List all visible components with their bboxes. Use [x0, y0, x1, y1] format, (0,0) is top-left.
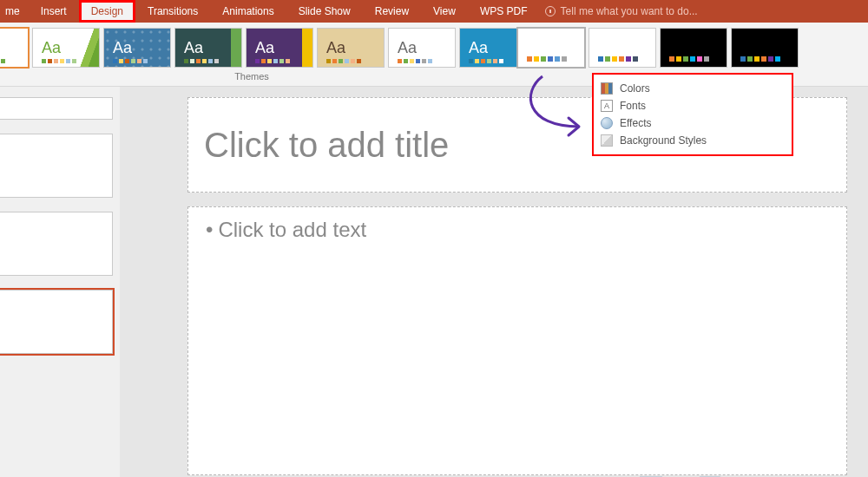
variant-palette [527, 56, 567, 62]
theme-thumb-6[interactable]: Aa [388, 28, 456, 68]
variants-colors[interactable]: Colors [601, 80, 785, 97]
variant-thumb-1[interactable] [589, 28, 656, 68]
theme-palette [0, 59, 5, 63]
tab-wpspdf[interactable]: WPS PDF [468, 0, 540, 23]
theme-side-band [231, 29, 241, 67]
variant-thumb-0[interactable] [517, 28, 585, 68]
tab-home[interactable]: me [0, 0, 29, 23]
theme-thumb-0[interactable]: Aa [0, 28, 29, 68]
variant-palette [598, 56, 638, 62]
theme-palette [255, 59, 290, 63]
bullet-icon: • [206, 218, 213, 241]
tab-insert[interactable]: Insert [29, 0, 79, 23]
theme-aa-label: Aa [326, 39, 345, 57]
theme-palette [42, 59, 76, 63]
slide-thumb-3[interactable] [0, 212, 113, 276]
theme-palette [326, 59, 361, 63]
theme-palette [113, 59, 148, 63]
content-placeholder[interactable]: •Click to add text [187, 206, 847, 475]
tab-slideshow[interactable]: Slide Show [286, 0, 363, 23]
variants-row [503, 28, 799, 68]
variants-dropdown: Colors A Fonts Effects Background Styles [592, 73, 793, 156]
fonts-icon: A [601, 100, 613, 112]
tab-review[interactable]: Review [363, 0, 421, 23]
variant-palette [669, 56, 709, 62]
ribbon-tabs: me Insert Design Transitions Animations … [0, 0, 868, 23]
themes-group-label: Themes [234, 71, 269, 82]
theme-thumb-4[interactable]: Aa [246, 28, 313, 68]
tell-me-placeholder: Tell me what you want to do... [561, 5, 698, 17]
variants-fonts-label: Fonts [620, 100, 646, 112]
variants-colors-label: Colors [620, 82, 650, 95]
theme-side-band [302, 29, 312, 67]
theme-aa-label: Aa [42, 39, 61, 57]
variants-effects[interactable]: Effects [601, 114, 785, 132]
background-icon [601, 134, 613, 147]
theme-aa-label: Aa [398, 39, 417, 57]
variants-bg-label: Background Styles [620, 134, 707, 147]
effects-icon [601, 117, 613, 129]
variant-thumb-2[interactable] [660, 28, 727, 68]
content-placeholder-text: •Click to add text [206, 218, 829, 242]
theme-aa-label: Aa [184, 39, 203, 57]
tab-animations[interactable]: Animations [210, 0, 286, 23]
theme-palette [398, 59, 432, 63]
slide-thumb-4[interactable] [0, 290, 113, 354]
theme-thumb-3[interactable]: Aa [174, 28, 242, 68]
variant-palette [740, 56, 780, 62]
themes-row: AaAaAaAaAaAaAaAa▲▼▾ [0, 28, 542, 68]
slide-thumbnails-panel [0, 87, 120, 477]
variants-effects-label: Effects [620, 117, 651, 129]
theme-palette [469, 59, 503, 63]
title-placeholder-text: Click to add title [204, 126, 449, 165]
tell-me-search[interactable]: Tell me what you want to do... [545, 0, 698, 23]
tab-transitions[interactable]: Transitions [135, 0, 210, 23]
theme-aa-label: Aa [255, 39, 274, 57]
themes-group: AaAaAaAaAaAaAaAa▲▼▾ Themes [0, 28, 503, 82]
theme-aa-label: Aa [113, 39, 132, 57]
theme-thumb-2[interactable]: Aa [103, 28, 171, 68]
variants-background[interactable]: Background Styles [601, 132, 785, 149]
variant-thumb-3[interactable] [731, 28, 799, 68]
content-placeholder-label: Click to add text [218, 218, 366, 241]
slide-thumb-1[interactable] [0, 97, 113, 120]
colors-icon [601, 82, 613, 95]
theme-thumb-5[interactable]: Aa [317, 28, 385, 68]
theme-palette [184, 59, 219, 63]
theme-aa-label: Aa [469, 39, 488, 57]
slide-thumb-2[interactable] [0, 134, 113, 198]
annotation-arrow-icon [516, 73, 603, 151]
theme-thumb-1[interactable]: Aa [32, 28, 100, 68]
variants-fonts[interactable]: A Fonts [601, 97, 785, 114]
bulb-icon [545, 6, 556, 16]
tab-design[interactable]: Design [79, 0, 135, 23]
tab-view[interactable]: View [421, 0, 468, 23]
